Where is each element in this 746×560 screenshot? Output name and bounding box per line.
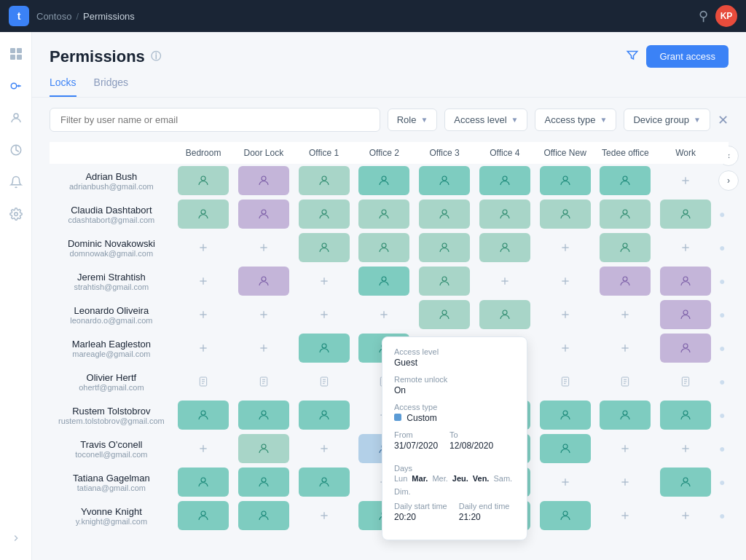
perm-icon[interactable] — [540, 200, 591, 229]
perm-cell-6-0[interactable] — [173, 365, 234, 398]
perm-cell-4-8[interactable] — [656, 298, 716, 331]
perm-cell-8-6[interactable] — [535, 432, 595, 465]
perm-cell-7-0[interactable] — [173, 398, 234, 432]
perm-icon[interactable] — [178, 468, 229, 497]
nav-next-button[interactable]: › — [718, 170, 739, 191]
perm-icon[interactable] — [600, 468, 651, 497]
perm-cell-1-7[interactable] — [595, 197, 656, 231]
perm-cell-6-8[interactable] — [656, 365, 716, 398]
sidebar-expand-button[interactable] — [3, 525, 29, 551]
perm-cell-7-2[interactable] — [294, 398, 354, 432]
perm-icon[interactable] — [600, 166, 651, 195]
perm-cell-3-4[interactable] — [415, 264, 475, 298]
perm-icon[interactable] — [660, 200, 711, 229]
access-level-filter[interactable]: Access level ▼ — [444, 109, 527, 131]
perm-icon[interactable] — [178, 334, 229, 363]
perm-cell-3-8[interactable] — [656, 264, 716, 298]
perm-cell-1-4[interactable] — [415, 197, 475, 231]
search-input[interactable] — [50, 108, 380, 132]
perm-icon[interactable] — [540, 401, 591, 430]
perm-icon[interactable] — [600, 233, 651, 262]
perm-cell-4-1[interactable] — [233, 298, 294, 331]
perm-icon[interactable] — [600, 267, 651, 296]
perm-cell-2-8[interactable] — [656, 231, 716, 264]
perm-icon[interactable] — [540, 300, 591, 329]
perm-cell-9-8[interactable] — [656, 465, 716, 499]
perm-icon[interactable] — [660, 300, 711, 329]
perm-icon[interactable] — [299, 401, 350, 430]
perm-icon[interactable] — [238, 334, 289, 363]
perm-icon[interactable] — [178, 166, 229, 195]
perm-icon[interactable] — [299, 367, 350, 396]
perm-cell-10-7[interactable] — [595, 499, 656, 530]
perm-icon[interactable] — [358, 200, 409, 229]
perm-cell-7-7[interactable] — [595, 398, 656, 432]
perm-icon[interactable] — [178, 267, 229, 296]
perm-icon[interactable] — [660, 233, 711, 262]
perm-icon[interactable] — [238, 401, 289, 430]
perm-icon[interactable] — [600, 300, 651, 329]
perm-icon[interactable] — [479, 200, 530, 229]
perm-cell-10-2[interactable] — [294, 499, 354, 530]
perm-icon[interactable] — [238, 267, 289, 296]
perm-icon[interactable] — [178, 434, 229, 463]
perm-cell-1-5[interactable] — [474, 197, 535, 231]
perm-icon[interactable] — [600, 401, 651, 430]
perm-cell-7-8[interactable] — [656, 398, 716, 432]
sidebar-icon-key[interactable] — [3, 73, 29, 99]
perm-icon[interactable] — [238, 367, 289, 396]
perm-cell-5-6[interactable] — [535, 331, 595, 365]
perm-cell-0-8[interactable] — [656, 164, 716, 197]
sidebar-icon-person[interactable] — [3, 105, 29, 131]
perm-cell-1-3[interactable] — [354, 197, 415, 231]
perm-icon[interactable] — [660, 401, 711, 430]
perm-icon[interactable] — [600, 434, 651, 463]
perm-icon[interactable] — [419, 267, 470, 296]
perm-cell-7-1[interactable] — [233, 398, 294, 432]
perm-icon[interactable] — [540, 501, 591, 530]
perm-cell-3-6[interactable] — [535, 264, 595, 298]
breadcrumb-parent[interactable]: Contoso — [36, 11, 71, 22]
perm-cell-0-0[interactable] — [173, 164, 234, 197]
perm-icon[interactable] — [299, 233, 350, 262]
perm-cell-2-5[interactable] — [474, 231, 535, 264]
perm-icon[interactable] — [238, 233, 289, 262]
perm-cell-10-8[interactable] — [656, 499, 716, 530]
perm-icon[interactable] — [540, 334, 591, 363]
perm-icon[interactable] — [299, 166, 350, 195]
perm-icon[interactable] — [358, 267, 409, 296]
perm-cell-1-8[interactable] — [656, 197, 716, 231]
perm-icon[interactable] — [299, 468, 350, 497]
perm-icon[interactable] — [479, 166, 530, 195]
perm-cell-3-5[interactable] — [474, 264, 535, 298]
perm-cell-1-6[interactable] — [535, 197, 595, 231]
perm-cell-2-4[interactable] — [415, 231, 475, 264]
tab-bridges[interactable]: Bridges — [94, 76, 128, 97]
perm-cell-5-7[interactable] — [595, 331, 656, 365]
perm-cell-2-2[interactable] — [294, 231, 354, 264]
perm-cell-0-1[interactable] — [233, 164, 294, 197]
perm-cell-0-2[interactable] — [294, 164, 354, 197]
perm-cell-9-1[interactable] — [233, 465, 294, 499]
perm-cell-0-5[interactable] — [474, 164, 535, 197]
perm-icon[interactable] — [540, 233, 591, 262]
perm-cell-1-1[interactable] — [233, 197, 294, 231]
perm-icon[interactable] — [600, 200, 651, 229]
perm-icon[interactable] — [178, 233, 229, 262]
perm-icon[interactable] — [238, 300, 289, 329]
perm-cell-10-0[interactable] — [173, 499, 234, 530]
perm-cell-6-1[interactable] — [233, 365, 294, 398]
perm-cell-6-2[interactable] — [294, 365, 354, 398]
search-button[interactable]: ⚲ — [699, 8, 708, 24]
perm-cell-8-7[interactable] — [595, 432, 656, 465]
perm-icon[interactable] — [178, 501, 229, 530]
perm-cell-10-1[interactable] — [233, 499, 294, 530]
perm-cell-2-6[interactable] — [535, 231, 595, 264]
perm-icon[interactable] — [660, 367, 711, 396]
perm-cell-5-0[interactable] — [173, 331, 234, 365]
perm-icon[interactable] — [299, 334, 350, 363]
perm-cell-1-0[interactable] — [173, 197, 234, 231]
perm-cell-7-6[interactable] — [535, 398, 595, 432]
perm-icon[interactable] — [178, 200, 229, 229]
perm-cell-3-1[interactable] — [233, 264, 294, 298]
